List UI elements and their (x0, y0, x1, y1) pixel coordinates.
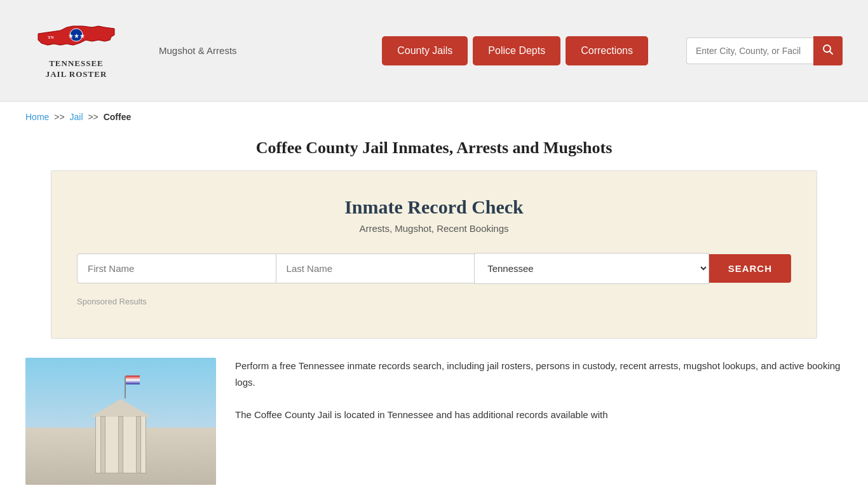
corrections-button[interactable]: Corrections (566, 36, 648, 65)
breadcrumb-bar: Home >> Jail >> Coffee (0, 102, 868, 132)
record-check-title: Inmate Record Check (77, 196, 791, 218)
breadcrumb-sep1: >> (54, 112, 64, 122)
record-check-subtitle: Arrests, Mugshot, Recent Bookings (77, 223, 791, 234)
police-depts-button[interactable]: Police Depts (473, 36, 560, 65)
svg-line-4 (830, 51, 833, 54)
breadcrumb-jail[interactable]: Jail (70, 112, 83, 122)
county-jails-button[interactable]: County Jails (382, 36, 468, 65)
inmate-search-form: Tennessee Alabama Alaska Arizona Arkansa… (77, 253, 791, 284)
last-name-input[interactable] (276, 254, 475, 283)
breadcrumb-home[interactable]: Home (25, 112, 49, 122)
breadcrumb-current: Coffee (104, 112, 132, 122)
breadcrumb: Home >> Jail >> Coffee (25, 112, 843, 122)
page-title-section: Coffee County Jail Inmates, Arrests and … (0, 132, 868, 170)
mugshot-arrests-link[interactable]: Mugshot & Arrests (159, 45, 237, 56)
site-logo: ★★★ TN (35, 21, 118, 56)
content-section: Perform a free Tennessee inmate records … (0, 358, 868, 488)
logo-area: ★★★ TN TENNESSEE JAIL ROSTER (25, 21, 127, 80)
breadcrumb-sep2: >> (88, 112, 98, 122)
first-name-input[interactable] (77, 254, 276, 283)
state-select[interactable]: Tennessee Alabama Alaska Arizona Arkansa… (474, 253, 709, 284)
search-icon (822, 44, 834, 55)
sponsored-label: Sponsored Results (77, 297, 791, 306)
header-search-area (686, 36, 843, 65)
record-check-box: Inmate Record Check Arrests, Mugshot, Re… (51, 170, 817, 339)
description-p1: Perform a free Tennessee inmate records … (235, 358, 843, 390)
content-text: Perform a free Tennessee inmate records … (235, 358, 843, 485)
page-title: Coffee County Jail Inmates, Arrests and … (25, 139, 843, 158)
logo-text: TENNESSEE JAIL ROSTER (46, 58, 107, 80)
header-search-input[interactable] (686, 37, 813, 64)
header-search-button[interactable] (813, 36, 843, 65)
inmate-search-button[interactable]: SEARCH (709, 254, 791, 283)
nav-buttons: County Jails Police Depts Corrections (382, 36, 648, 65)
jail-image (25, 358, 216, 485)
description-p2: The Coffee County Jail is located in Ten… (235, 407, 843, 423)
svg-text:TN: TN (48, 35, 54, 40)
site-header: ★★★ TN TENNESSEE JAIL ROSTER Mugshot & A… (0, 0, 868, 102)
svg-text:★★★: ★★★ (68, 32, 85, 39)
